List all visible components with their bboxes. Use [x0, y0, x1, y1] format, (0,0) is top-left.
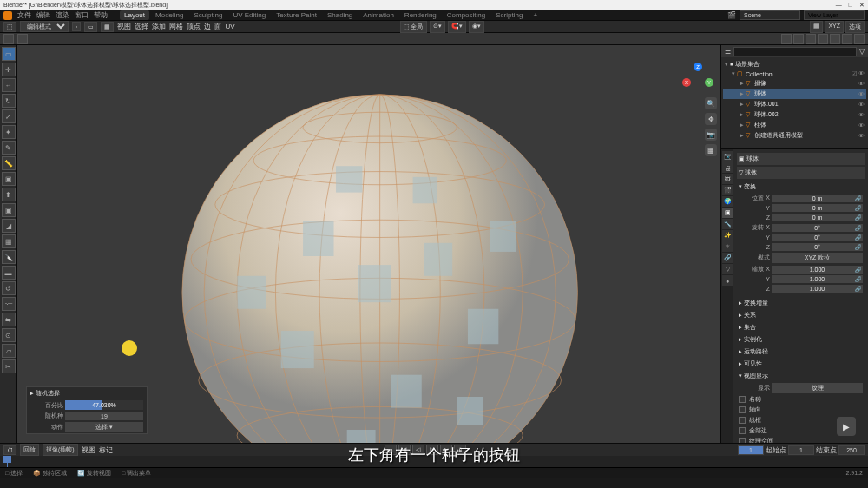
- mesh-name[interactable]: 球体: [745, 168, 757, 177]
- mesh-overlay-button[interactable]: ▦: [810, 21, 823, 33]
- vpdisplay-section[interactable]: ▾ 视图显示: [737, 370, 865, 382]
- menu-face[interactable]: 面: [214, 22, 221, 31]
- xyz-buttons[interactable]: XYZ: [825, 21, 844, 33]
- outliner-search[interactable]: [733, 47, 857, 56]
- shrink-tool[interactable]: ⊙: [2, 328, 16, 342]
- scene-tab[interactable]: 🎬: [722, 185, 733, 195]
- playback-menu[interactable]: 回放: [20, 444, 39, 456]
- modifier-tab[interactable]: 🔧: [722, 219, 733, 229]
- xray-toggle-button[interactable]: [806, 34, 816, 44]
- scale-tool[interactable]: ⤢: [2, 109, 16, 123]
- menu-view[interactable]: 视图: [117, 22, 131, 31]
- shading-material-button[interactable]: [842, 34, 852, 44]
- loopcut-tool[interactable]: ▦: [2, 234, 16, 248]
- shading-wireframe-button[interactable]: [818, 34, 828, 44]
- cursor-tool[interactable]: ✛: [2, 63, 16, 76]
- tab-rendering[interactable]: Rendering: [400, 10, 441, 20]
- outliner-type-icon[interactable]: ☰: [725, 48, 731, 56]
- cb-axis[interactable]: [739, 406, 746, 413]
- tab-compositing[interactable]: Compositing: [443, 10, 490, 20]
- add-cube-tool[interactable]: ▣: [2, 172, 16, 186]
- knife-tool[interactable]: 🔪: [2, 250, 16, 264]
- keying-menu[interactable]: 抠像(插帧): [43, 444, 78, 456]
- outliner-item[interactable]: ▸▽摄像👁: [723, 78, 866, 89]
- menu-mesh[interactable]: 网格: [169, 22, 183, 31]
- constraint-tab[interactable]: 🔗: [722, 253, 733, 263]
- delta-section[interactable]: ▸ 变换增量: [737, 297, 865, 309]
- annotate-tool[interactable]: ✎: [2, 141, 16, 155]
- spin-tool[interactable]: ↺: [2, 281, 16, 295]
- navigation-gizmo[interactable]: Z Y X: [682, 63, 713, 94]
- cb-wire[interactable]: [739, 417, 746, 424]
- scene-collection-item[interactable]: ▾■ 场景集合: [723, 59, 866, 69]
- tab-shading[interactable]: Shading: [323, 10, 357, 20]
- transform-tool[interactable]: ✦: [2, 125, 16, 139]
- proportional-button[interactable]: ◉▾: [469, 21, 484, 33]
- gizmo-y-axis[interactable]: Y: [705, 78, 713, 87]
- loc-y-input[interactable]: 0 m: [772, 204, 863, 212]
- rotate-tool[interactable]: ↻: [2, 94, 16, 108]
- menu-select[interactable]: 选择: [135, 22, 148, 31]
- loc-z-input[interactable]: 0 m: [772, 214, 863, 221]
- overlay-button[interactable]: [17, 34, 28, 44]
- start-frame-input[interactable]: 1: [788, 445, 814, 455]
- cb-alledges[interactable]: [739, 427, 746, 434]
- bevel-tool[interactable]: ◢: [2, 219, 16, 233]
- tab-add[interactable]: +: [529, 10, 542, 20]
- close-button[interactable]: ✕: [859, 2, 865, 9]
- menu-uv[interactable]: UV: [225, 23, 234, 30]
- measure-tool[interactable]: 📏: [2, 156, 16, 170]
- relations-section[interactable]: ▸ 关系: [737, 309, 865, 321]
- outliner-item[interactable]: ▸▽创建道具通用模型👁: [723, 130, 866, 141]
- physics-tab[interactable]: ⚛: [722, 241, 733, 252]
- edge-mode-button[interactable]: ▭: [84, 22, 97, 32]
- viewlayer-tab[interactable]: 🖼: [722, 174, 733, 184]
- minimize-button[interactable]: —: [836, 2, 842, 9]
- menu-render[interactable]: 渲染: [56, 10, 69, 20]
- mesh-tab[interactable]: ▽: [722, 264, 733, 274]
- tab-uv[interactable]: UV Editing: [228, 10, 270, 20]
- viewport-3d[interactable]: Z Y X 🔍 ✥ 📷 ▦ ▸ 随机选择 百分比 47.030% 随机种 19: [17, 45, 720, 443]
- tab-sculpting[interactable]: Sculpting: [190, 10, 227, 20]
- object-name[interactable]: 球体: [746, 155, 759, 163]
- camera-icon[interactable]: 📷: [705, 129, 717, 141]
- shading-solid-button[interactable]: [830, 34, 840, 44]
- select-tool[interactable]: ▭: [2, 47, 16, 61]
- menu-vertex[interactable]: 顶点: [187, 22, 201, 31]
- display-as-dropdown[interactable]: 纹理: [772, 383, 863, 393]
- timeline-type-button[interactable]: ⏱: [3, 445, 16, 455]
- action-dropdown[interactable]: 选择 ▾: [65, 422, 143, 432]
- output-tab[interactable]: 🖨: [722, 162, 733, 173]
- render-tab[interactable]: 📷: [722, 151, 733, 162]
- menu-edit[interactable]: 编辑: [36, 10, 50, 20]
- rot-mode-dropdown[interactable]: XYZ 欧拉: [772, 253, 863, 263]
- tab-scripting[interactable]: Scripting: [491, 10, 527, 20]
- current-frame-input[interactable]: 1: [738, 445, 764, 455]
- outliner-item[interactable]: ▸▽球体👁: [723, 89, 866, 99]
- object-tab[interactable]: ▣: [722, 208, 733, 218]
- outliner-item[interactable]: ▸▽柱体👁: [723, 120, 866, 130]
- particle-tab[interactable]: ✨: [722, 230, 733, 241]
- rot-y-input[interactable]: 0°: [772, 234, 863, 241]
- perspective-icon[interactable]: ▦: [705, 144, 717, 156]
- face-mode-button[interactable]: ▦: [101, 22, 114, 32]
- motion-section[interactable]: ▸ 运动路径: [737, 346, 865, 358]
- menu-file[interactable]: 文件: [17, 10, 31, 20]
- tl-marker-menu[interactable]: 标记: [99, 445, 113, 455]
- tl-view-menu[interactable]: 视图: [82, 445, 95, 455]
- pan-icon[interactable]: ✥: [705, 113, 717, 125]
- orientation-dropdown[interactable]: ⬚ 全局: [400, 21, 427, 33]
- cb-texspace[interactable]: [739, 438, 746, 443]
- instancing-section[interactable]: ▸ 实例化: [737, 333, 865, 346]
- material-tab[interactable]: ●: [722, 275, 733, 286]
- snap-button[interactable]: 🧲▾: [448, 21, 466, 33]
- collections-section[interactable]: ▸ 集合: [737, 321, 865, 333]
- shading-rendered-button[interactable]: [854, 34, 865, 44]
- shading-button[interactable]: [3, 34, 14, 44]
- gizmo-toggle-button[interactable]: [781, 34, 792, 44]
- outliner-item[interactable]: ▸▽球体.001👁: [723, 99, 866, 109]
- percent-slider[interactable]: 47.030%: [65, 400, 143, 410]
- scale-z-input[interactable]: 1.000: [772, 285, 863, 293]
- rot-x-input[interactable]: 0°: [772, 224, 863, 232]
- maximize-button[interactable]: □: [849, 2, 852, 9]
